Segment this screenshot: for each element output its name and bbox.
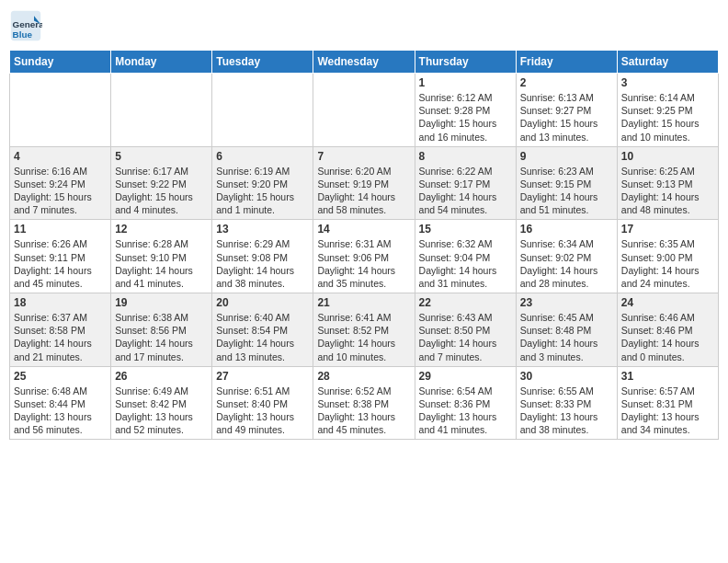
day-info: Sunrise: 6:20 AM Sunset: 9:19 PM Dayligh… — [317, 165, 410, 217]
day-number: 4 — [14, 150, 107, 163]
day-number: 30 — [520, 370, 613, 383]
day-number: 10 — [621, 150, 714, 163]
calendar-cell: 28Sunrise: 6:52 AM Sunset: 8:38 PM Dayli… — [313, 366, 415, 440]
day-info: Sunrise: 6:13 AM Sunset: 9:27 PM Dayligh… — [520, 91, 613, 144]
day-info: Sunrise: 6:55 AM Sunset: 8:33 PM Dayligh… — [520, 385, 613, 437]
calendar-cell: 9Sunrise: 6:23 AM Sunset: 9:15 PM Daylig… — [516, 146, 617, 220]
day-info: Sunrise: 6:17 AM Sunset: 9:22 PM Dayligh… — [115, 165, 208, 217]
calendar-cell — [313, 74, 415, 147]
page-header: General Blue — [9, 9, 719, 42]
calendar-cell: 22Sunrise: 6:43 AM Sunset: 8:50 PM Dayli… — [415, 293, 516, 367]
day-info: Sunrise: 6:57 AM Sunset: 8:31 PM Dayligh… — [621, 385, 714, 437]
calendar-cell: 24Sunrise: 6:46 AM Sunset: 8:46 PM Dayli… — [617, 293, 718, 367]
calendar-cell: 8Sunrise: 6:22 AM Sunset: 9:17 PM Daylig… — [415, 146, 516, 220]
day-number: 27 — [216, 370, 309, 383]
day-number: 5 — [115, 150, 208, 163]
week-row-4: 18Sunrise: 6:37 AM Sunset: 8:58 PM Dayli… — [10, 293, 719, 367]
day-info: Sunrise: 6:26 AM Sunset: 9:11 PM Dayligh… — [14, 237, 107, 290]
day-number: 1 — [419, 76, 512, 89]
calendar-cell: 25Sunrise: 6:48 AM Sunset: 8:44 PM Dayli… — [10, 366, 111, 440]
day-number: 28 — [317, 370, 410, 383]
calendar-cell: 3Sunrise: 6:14 AM Sunset: 9:25 PM Daylig… — [617, 74, 718, 147]
day-number: 12 — [115, 223, 208, 236]
day-info: Sunrise: 6:41 AM Sunset: 8:52 PM Dayligh… — [317, 311, 410, 363]
calendar-cell: 16Sunrise: 6:34 AM Sunset: 9:02 PM Dayli… — [516, 220, 617, 293]
calendar-cell: 17Sunrise: 6:35 AM Sunset: 9:00 PM Dayli… — [617, 220, 718, 293]
calendar-cell: 5Sunrise: 6:17 AM Sunset: 9:22 PM Daylig… — [111, 146, 212, 220]
calendar-cell: 2Sunrise: 6:13 AM Sunset: 9:27 PM Daylig… — [516, 74, 617, 147]
day-number: 31 — [621, 370, 714, 383]
week-row-3: 11Sunrise: 6:26 AM Sunset: 9:11 PM Dayli… — [10, 220, 719, 293]
day-number: 20 — [216, 296, 309, 309]
weekday-header-monday: Monday — [111, 51, 212, 74]
day-number: 2 — [520, 76, 613, 89]
calendar-cell: 29Sunrise: 6:54 AM Sunset: 8:36 PM Dayli… — [415, 366, 516, 440]
logo-icon: General Blue — [9, 9, 42, 42]
week-row-1: 1Sunrise: 6:12 AM Sunset: 9:28 PM Daylig… — [10, 74, 719, 147]
day-number: 16 — [520, 223, 613, 236]
calendar-cell — [10, 74, 111, 147]
calendar-cell — [111, 74, 212, 147]
day-number: 6 — [216, 150, 309, 163]
day-info: Sunrise: 6:35 AM Sunset: 9:00 PM Dayligh… — [621, 237, 714, 290]
calendar-table: SundayMondayTuesdayWednesdayThursdayFrid… — [9, 50, 719, 440]
calendar-cell: 1Sunrise: 6:12 AM Sunset: 9:28 PM Daylig… — [415, 74, 516, 147]
calendar-cell: 26Sunrise: 6:49 AM Sunset: 8:42 PM Dayli… — [111, 366, 212, 440]
day-info: Sunrise: 6:49 AM Sunset: 8:42 PM Dayligh… — [115, 385, 208, 437]
calendar-cell: 7Sunrise: 6:20 AM Sunset: 9:19 PM Daylig… — [313, 146, 415, 220]
calendar-cell: 30Sunrise: 6:55 AM Sunset: 8:33 PM Dayli… — [516, 366, 617, 440]
week-row-5: 25Sunrise: 6:48 AM Sunset: 8:44 PM Dayli… — [10, 366, 719, 440]
day-info: Sunrise: 6:22 AM Sunset: 9:17 PM Dayligh… — [419, 165, 512, 217]
day-number: 22 — [419, 296, 512, 309]
day-number: 19 — [115, 296, 208, 309]
day-info: Sunrise: 6:28 AM Sunset: 9:10 PM Dayligh… — [115, 237, 208, 290]
day-info: Sunrise: 6:45 AM Sunset: 8:48 PM Dayligh… — [520, 311, 613, 363]
week-row-2: 4Sunrise: 6:16 AM Sunset: 9:24 PM Daylig… — [10, 146, 719, 220]
weekday-header-row: SundayMondayTuesdayWednesdayThursdayFrid… — [10, 51, 719, 74]
calendar-cell: 12Sunrise: 6:28 AM Sunset: 9:10 PM Dayli… — [111, 220, 212, 293]
calendar-cell: 23Sunrise: 6:45 AM Sunset: 8:48 PM Dayli… — [516, 293, 617, 367]
day-number: 26 — [115, 370, 208, 383]
day-info: Sunrise: 6:12 AM Sunset: 9:28 PM Dayligh… — [419, 91, 512, 144]
day-info: Sunrise: 6:54 AM Sunset: 8:36 PM Dayligh… — [419, 385, 512, 437]
day-number: 7 — [317, 150, 410, 163]
logo: General Blue — [9, 9, 44, 42]
calendar-cell: 27Sunrise: 6:51 AM Sunset: 8:40 PM Dayli… — [212, 366, 313, 440]
day-number: 14 — [317, 223, 410, 236]
calendar-cell — [212, 74, 313, 147]
day-number: 15 — [419, 223, 512, 236]
day-number: 21 — [317, 296, 410, 309]
day-info: Sunrise: 6:52 AM Sunset: 8:38 PM Dayligh… — [317, 385, 410, 437]
day-number: 29 — [419, 370, 512, 383]
day-info: Sunrise: 6:14 AM Sunset: 9:25 PM Dayligh… — [621, 91, 714, 144]
day-number: 8 — [419, 150, 512, 163]
day-info: Sunrise: 6:32 AM Sunset: 9:04 PM Dayligh… — [419, 237, 512, 290]
weekday-header-saturday: Saturday — [617, 51, 718, 74]
calendar-cell: 14Sunrise: 6:31 AM Sunset: 9:06 PM Dayli… — [313, 220, 415, 293]
day-info: Sunrise: 6:23 AM Sunset: 9:15 PM Dayligh… — [520, 165, 613, 217]
calendar-cell: 13Sunrise: 6:29 AM Sunset: 9:08 PM Dayli… — [212, 220, 313, 293]
day-info: Sunrise: 6:34 AM Sunset: 9:02 PM Dayligh… — [520, 237, 613, 290]
calendar-cell: 20Sunrise: 6:40 AM Sunset: 8:54 PM Dayli… — [212, 293, 313, 367]
day-info: Sunrise: 6:43 AM Sunset: 8:50 PM Dayligh… — [419, 311, 512, 363]
day-info: Sunrise: 6:37 AM Sunset: 8:58 PM Dayligh… — [14, 311, 107, 363]
day-number: 3 — [621, 76, 714, 89]
day-info: Sunrise: 6:29 AM Sunset: 9:08 PM Dayligh… — [216, 237, 309, 290]
day-info: Sunrise: 6:16 AM Sunset: 9:24 PM Dayligh… — [14, 165, 107, 217]
day-info: Sunrise: 6:51 AM Sunset: 8:40 PM Dayligh… — [216, 385, 309, 437]
calendar-cell: 10Sunrise: 6:25 AM Sunset: 9:13 PM Dayli… — [617, 146, 718, 220]
calendar-cell: 18Sunrise: 6:37 AM Sunset: 8:58 PM Dayli… — [10, 293, 111, 367]
calendar-cell: 19Sunrise: 6:38 AM Sunset: 8:56 PM Dayli… — [111, 293, 212, 367]
day-number: 9 — [520, 150, 613, 163]
calendar-cell: 31Sunrise: 6:57 AM Sunset: 8:31 PM Dayli… — [617, 366, 718, 440]
day-number: 17 — [621, 223, 714, 236]
day-info: Sunrise: 6:38 AM Sunset: 8:56 PM Dayligh… — [115, 311, 208, 363]
day-number: 13 — [216, 223, 309, 236]
day-info: Sunrise: 6:48 AM Sunset: 8:44 PM Dayligh… — [14, 385, 107, 437]
day-number: 25 — [14, 370, 107, 383]
calendar-cell: 4Sunrise: 6:16 AM Sunset: 9:24 PM Daylig… — [10, 146, 111, 220]
calendar-cell: 11Sunrise: 6:26 AM Sunset: 9:11 PM Dayli… — [10, 220, 111, 293]
calendar-cell: 15Sunrise: 6:32 AM Sunset: 9:04 PM Dayli… — [415, 220, 516, 293]
day-info: Sunrise: 6:19 AM Sunset: 9:20 PM Dayligh… — [216, 165, 309, 217]
weekday-header-sunday: Sunday — [10, 51, 111, 74]
